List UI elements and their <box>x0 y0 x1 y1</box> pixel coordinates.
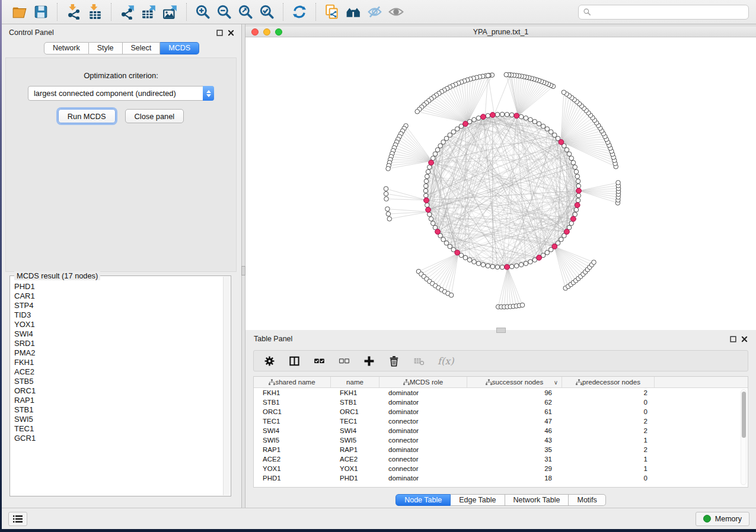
close-panel-icon[interactable] <box>741 336 748 342</box>
network-node[interactable] <box>472 259 477 264</box>
network-node[interactable] <box>472 117 477 122</box>
network-node[interactable] <box>495 113 500 117</box>
column-header-MCDS-role[interactable]: MCDS role <box>379 377 467 387</box>
mcds-result-item[interactable]: STB1 <box>14 405 222 415</box>
table-scrollbar[interactable] <box>741 389 747 485</box>
mcds-result-item[interactable]: TID3 <box>14 310 222 320</box>
eye-slash-button[interactable] <box>364 2 385 22</box>
function-builder-button[interactable]: f(x) <box>438 355 454 367</box>
refresh-layout-button[interactable] <box>289 2 310 22</box>
zoom-selected-button[interactable] <box>256 2 277 22</box>
network-leaf-node[interactable] <box>384 197 389 201</box>
network-mcds-node[interactable] <box>426 207 431 213</box>
table-row[interactable]: TEC1TEC1connector472 <box>254 416 748 426</box>
network-node[interactable] <box>423 188 428 193</box>
network-mcds-node[interactable] <box>455 250 460 255</box>
float-panel-icon[interactable] <box>730 336 736 342</box>
network-leaf-node[interactable] <box>616 181 621 185</box>
save-button[interactable] <box>30 2 52 22</box>
mcds-result-item[interactable]: SWI5 <box>14 415 222 424</box>
network-mcds-node[interactable] <box>429 160 434 165</box>
table-row[interactable]: YOX1YOX1connector291 <box>254 464 748 473</box>
network-node[interactable] <box>495 265 500 270</box>
network-node[interactable] <box>467 258 472 262</box>
vertical-splitter[interactable] <box>241 24 245 508</box>
network-node[interactable] <box>576 193 581 198</box>
import-network-button[interactable] <box>63 2 84 22</box>
network-node[interactable] <box>548 130 553 134</box>
network-leaf-node[interactable] <box>562 90 566 95</box>
network-leaf-node[interactable] <box>504 72 509 77</box>
network-node[interactable] <box>435 148 440 152</box>
zoom-in-button[interactable] <box>192 2 213 22</box>
network-node[interactable] <box>576 179 580 184</box>
network-node[interactable] <box>532 120 537 124</box>
network-node[interactable] <box>428 212 432 217</box>
network-node[interactable] <box>519 114 524 119</box>
network-mcds-node[interactable] <box>575 203 580 208</box>
network-node[interactable] <box>559 237 564 242</box>
network-node[interactable] <box>431 221 436 226</box>
mcds-result-item[interactable]: SRD1 <box>14 339 222 348</box>
select-all-button[interactable] <box>313 355 325 367</box>
mcds-result-item[interactable]: TEC1 <box>14 424 222 434</box>
table-row[interactable]: FKH1FKH1dominator962 <box>254 388 748 398</box>
network-node[interactable] <box>500 112 505 117</box>
column-header-name[interactable]: name <box>331 377 379 387</box>
table-row[interactable]: RAP1RAP1dominator352 <box>254 445 748 454</box>
mcds-result-item[interactable]: GCR1 <box>14 434 222 443</box>
table-scrollbar-thumb[interactable] <box>742 392 746 438</box>
network-node[interactable] <box>500 265 505 270</box>
mcds-result-item[interactable]: RAP1 <box>14 396 222 405</box>
tab-motifs[interactable]: Motifs <box>569 494 605 506</box>
mcds-result-item[interactable]: STB5 <box>14 377 222 386</box>
node-table[interactable]: shared namenameMCDS rolesuccessor nodes∨… <box>253 376 748 488</box>
memory-button[interactable]: Memory <box>696 512 749 526</box>
network-mcds-node[interactable] <box>490 113 495 118</box>
zoom-out-button[interactable] <box>213 2 235 22</box>
mcds-result-item[interactable]: ACE2 <box>14 367 222 377</box>
network-node[interactable] <box>448 244 452 249</box>
network-node[interactable] <box>426 169 430 174</box>
network-mcds-node[interactable] <box>435 229 441 235</box>
network-search-box[interactable] <box>578 5 749 20</box>
network-node[interactable] <box>528 117 533 122</box>
network-node[interactable] <box>433 152 438 156</box>
tab-mcds[interactable]: MCDS <box>160 42 199 55</box>
network-mcds-node[interactable] <box>559 139 564 145</box>
network-view[interactable] <box>245 37 756 330</box>
table-row[interactable]: PHD1PHD1dominator180 <box>254 473 748 483</box>
network-mcds-node[interactable] <box>514 113 519 118</box>
network-node[interactable] <box>486 114 490 118</box>
export-network-button[interactable] <box>117 2 138 22</box>
network-leaf-node[interactable] <box>415 110 420 114</box>
network-node[interactable] <box>441 237 446 242</box>
network-leaf-node[interactable] <box>520 303 525 307</box>
network-node[interactable] <box>509 113 514 117</box>
task-history-button[interactable] <box>8 512 27 526</box>
tab-network[interactable]: Network <box>44 42 89 55</box>
close-panel-button[interactable]: Close panel <box>125 109 184 123</box>
horizontal-splitter-handle[interactable] <box>496 328 506 333</box>
network-node[interactable] <box>574 169 579 174</box>
export-table-button[interactable] <box>138 2 160 22</box>
network-mcds-node[interactable] <box>505 264 510 270</box>
mcds-result-item[interactable]: SWI4 <box>14 329 222 339</box>
float-panel-icon[interactable] <box>216 30 223 36</box>
network-mcds-node[interactable] <box>463 121 468 127</box>
network-mcds-node[interactable] <box>576 188 582 194</box>
network-node[interactable] <box>576 184 581 188</box>
network-node[interactable] <box>524 116 528 121</box>
network-node[interactable] <box>424 184 429 188</box>
network-node[interactable] <box>524 261 528 266</box>
tab-edge-table[interactable]: Edge Table <box>451 494 505 506</box>
network-mcds-node[interactable] <box>481 114 486 120</box>
network-node[interactable] <box>528 259 533 264</box>
network-node[interactable] <box>545 127 550 132</box>
network-leaf-node[interactable] <box>486 73 490 78</box>
network-node[interactable] <box>537 121 541 126</box>
network-mcds-node[interactable] <box>537 255 542 261</box>
network-mcds-node[interactable] <box>552 244 557 249</box>
mcds-result-item[interactable]: PHD1 <box>14 282 222 291</box>
import-table-button[interactable] <box>84 2 106 22</box>
